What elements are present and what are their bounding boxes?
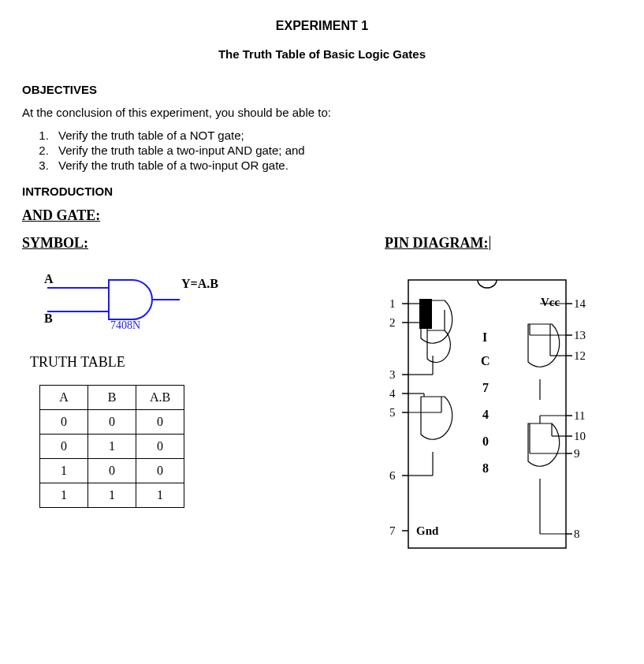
gate-heading: AND GATE: <box>22 207 622 224</box>
pin-diagram: 1 2 3 4 5 6 7 14 13 12 11 10 9 8 Vcc Gnd… <box>385 274 590 558</box>
list-item: Verify the truth table of a two-input OR… <box>52 159 622 172</box>
output-label: Y=A.B <box>181 277 218 291</box>
pin-label: 2 <box>389 316 396 330</box>
list-item: Verify the truth table of a NOT gate; <box>52 129 622 142</box>
ic-center-char: C <box>481 354 490 368</box>
pin-label: 6 <box>389 469 396 483</box>
ic-center-char: 7 <box>482 381 489 395</box>
ic-center-char: I <box>482 330 487 345</box>
ic-center-char: 8 <box>482 461 489 476</box>
page-subtitle: The Truth Table of Basic Logic Gates <box>22 47 622 61</box>
pin-diagram-heading: PIN DIAGRAM: <box>385 235 488 251</box>
gnd-label: Gnd <box>416 524 438 538</box>
ic-center-char: 0 <box>482 435 489 449</box>
introduction-heading: INTRODUCTION <box>22 185 622 198</box>
table-row: 1 0 0 <box>40 459 184 483</box>
and-gate-symbol: A B Y=A.B 7408N <box>22 270 243 341</box>
input-b-label: B <box>44 311 53 326</box>
text-cursor <box>490 236 490 250</box>
objectives-list: Verify the truth table of a NOT gate; Ve… <box>52 129 622 172</box>
pin-label: 12 <box>574 349 586 363</box>
th-ab: A.B <box>136 386 184 410</box>
pin-label: 4 <box>389 387 396 401</box>
pin-label: 14 <box>574 297 586 311</box>
pin-label: 5 <box>389 406 396 420</box>
truth-table-heading: TRUTH TABLE <box>30 354 353 371</box>
th-b: B <box>88 386 136 410</box>
objectives-intro: At the conclusion of this experiment, yo… <box>22 106 622 119</box>
ic-center-char: 4 <box>482 408 489 422</box>
pin-label: 1 <box>389 297 396 311</box>
pin-label: 3 <box>389 368 396 382</box>
input-a-label: A <box>44 272 54 286</box>
symbol-heading: SYMBOL: <box>22 235 353 252</box>
chip-label: 7408N <box>110 319 140 332</box>
truth-table: A B A.B 0 0 0 0 1 0 1 0 0 1 1 1 <box>39 385 184 508</box>
objectives-heading: OBJECTIVES <box>22 83 622 96</box>
pin-label: 11 <box>574 409 585 423</box>
pin-label: 10 <box>574 430 586 443</box>
pin-label: 9 <box>574 447 580 461</box>
table-row: 0 1 0 <box>40 435 184 459</box>
th-a: A <box>40 386 88 410</box>
pin-label: 13 <box>574 329 586 342</box>
vcc-label: Vcc <box>541 296 560 309</box>
pin-label: 7 <box>389 524 396 538</box>
table-row: 0 0 0 <box>40 410 184 435</box>
list-item: Verify the truth table a two-input AND g… <box>52 144 622 157</box>
table-row: 1 1 1 <box>40 483 184 508</box>
pin-label: 8 <box>574 528 580 541</box>
page-title: EXPERIMENT 1 <box>22 19 622 33</box>
table-row: A B A.B <box>40 386 184 410</box>
